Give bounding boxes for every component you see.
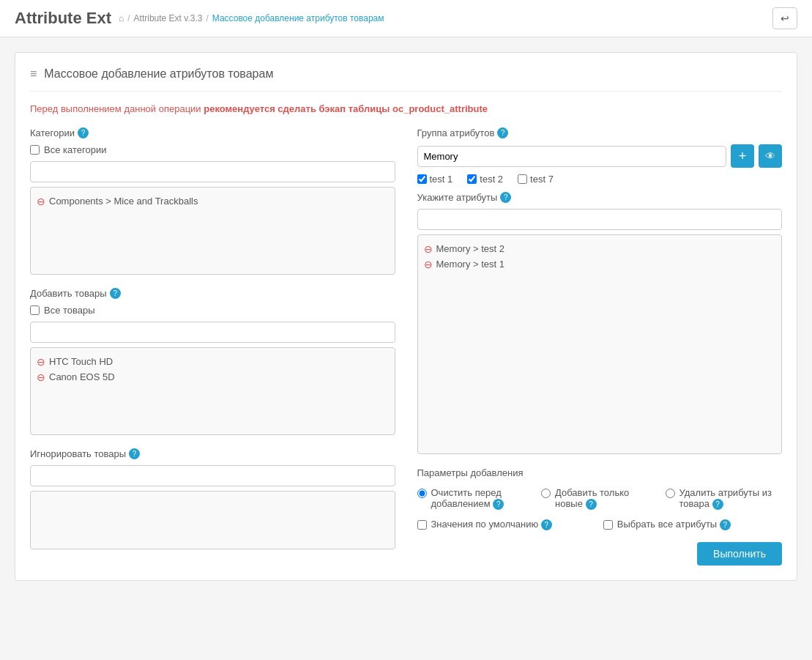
all-categories-checkbox[interactable] bbox=[30, 145, 40, 155]
attributes-label: Укажите атрибуты ? bbox=[417, 192, 783, 203]
checkbox-test2[interactable]: test 2 bbox=[467, 174, 503, 185]
list-item: ⊖ HTC Touch HD bbox=[37, 354, 389, 369]
app-title: Attribute Ext bbox=[15, 9, 111, 28]
page-header-icon: ≡ bbox=[30, 67, 37, 81]
attribute-group-add-button[interactable]: + bbox=[731, 144, 754, 168]
categories-list: ⊖ Components > Mice and Trackballs bbox=[30, 187, 395, 275]
remove-product-icon[interactable]: ⊖ bbox=[37, 357, 45, 367]
param-select-all-attrs: Выбрать все атрибуты ? bbox=[603, 519, 782, 530]
remove-attribute-icon[interactable]: ⊖ bbox=[424, 244, 433, 254]
param-help-icon[interactable]: ? bbox=[712, 499, 723, 510]
all-products-label: Все товары bbox=[44, 305, 95, 316]
checkbox-test1[interactable]: test 1 bbox=[417, 174, 453, 185]
attribute-group-help-icon[interactable]: ? bbox=[497, 127, 508, 138]
param-delete-attrs: Удалить атрибуты из товара ? bbox=[666, 487, 783, 510]
attribute-group-input[interactable] bbox=[417, 146, 727, 167]
ignore-products-search-input[interactable] bbox=[30, 465, 395, 486]
page-title: Массовое добавление атрибутов товарам bbox=[44, 67, 273, 81]
categories-search-input[interactable] bbox=[30, 161, 395, 182]
breadcrumb: ⌂ / Attribute Ext v.3.3 / Массовое добав… bbox=[119, 13, 384, 23]
param-help-icon[interactable]: ? bbox=[541, 519, 552, 530]
param-help-icon[interactable]: ? bbox=[493, 499, 504, 510]
attribute-group-view-button[interactable]: 👁 bbox=[759, 144, 782, 168]
add-products-label: Добавить товары ? bbox=[30, 288, 395, 299]
execute-button[interactable]: Выполнить bbox=[697, 542, 782, 566]
remove-category-icon[interactable]: ⊖ bbox=[37, 196, 45, 207]
all-categories-label: Все категории bbox=[44, 144, 106, 155]
list-item: ⊖ Memory > test 2 bbox=[424, 241, 776, 256]
ignore-products-list bbox=[30, 491, 395, 549]
checkbox-default-values[interactable] bbox=[417, 520, 427, 530]
attribute-group-checkboxes: test 1 test 2 test 7 bbox=[417, 174, 783, 185]
radio-clear-before[interactable] bbox=[417, 489, 427, 498]
categories-label: Категории ? bbox=[30, 127, 395, 138]
home-icon: ⌂ bbox=[119, 13, 124, 23]
remove-product-icon[interactable]: ⊖ bbox=[37, 372, 45, 382]
all-products-checkbox[interactable] bbox=[30, 305, 40, 315]
list-item: ⊖ Memory > test 1 bbox=[424, 256, 776, 272]
attributes-help-icon[interactable]: ? bbox=[500, 192, 511, 203]
warning-text: Перед выполнением данной операции рекоме… bbox=[30, 103, 782, 114]
param-add-new-only: Добавить только новые ? bbox=[541, 487, 658, 510]
attributes-search-input[interactable] bbox=[417, 209, 783, 230]
breadcrumb-version: Attribute Ext v.3.3 bbox=[134, 13, 203, 23]
list-item: ⊖ Components > Mice and Trackballs bbox=[37, 193, 389, 209]
ignore-products-label: Игнорировать товары ? bbox=[30, 448, 395, 459]
add-products-list: ⊖ HTC Touch HD ⊖ Canon EOS 5D bbox=[30, 347, 395, 435]
radio-add-new-only[interactable] bbox=[541, 489, 551, 498]
remove-attribute-icon[interactable]: ⊖ bbox=[424, 259, 433, 270]
checkbox-test7[interactable]: test 7 bbox=[518, 174, 554, 185]
checkbox-select-all-attrs[interactable] bbox=[603, 520, 613, 530]
param-default-values: Значения по умолчанию ? bbox=[417, 519, 596, 530]
ignore-products-help-icon[interactable]: ? bbox=[129, 448, 140, 459]
list-item: ⊖ Canon EOS 5D bbox=[37, 369, 389, 385]
attributes-list: ⊖ Memory > test 2 ⊖ Memory > test 1 bbox=[417, 234, 783, 454]
categories-help-icon[interactable]: ? bbox=[78, 127, 89, 138]
param-help-icon[interactable]: ? bbox=[720, 519, 731, 530]
add-products-search-input[interactable] bbox=[30, 322, 395, 343]
param-clear-before: Очистить перед добавлением ? bbox=[417, 487, 534, 510]
radio-delete-attrs[interactable] bbox=[666, 489, 675, 498]
back-button[interactable]: ↩ bbox=[772, 7, 797, 29]
param-help-icon[interactable]: ? bbox=[586, 499, 597, 510]
add-products-help-icon[interactable]: ? bbox=[110, 288, 121, 299]
breadcrumb-current[interactable]: Массовое добавление атрибутов товарам bbox=[212, 13, 384, 23]
params-title: Параметры добавления bbox=[417, 467, 783, 478]
attribute-group-label: Группа атрибутов ? bbox=[417, 127, 783, 138]
